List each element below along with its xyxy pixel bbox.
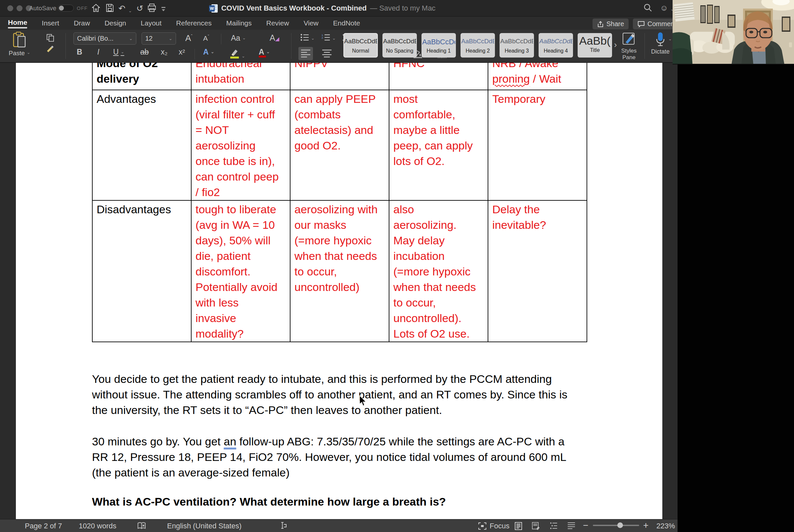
styles-pane-button[interactable]: StylesPane	[617, 32, 641, 61]
table-cell[interactable]: Advantages	[92, 90, 191, 201]
dictate-button[interactable]: ⌄ Dictate	[648, 32, 673, 55]
table-row: Mode of O2 delivery Endotracheal intubat…	[92, 63, 587, 90]
dictate-dropdown-chevron[interactable]: ⌄	[668, 36, 672, 41]
table-cell[interactable]: NRB / Awake proning / Wait	[488, 63, 587, 90]
share-button[interactable]: Share	[592, 19, 629, 30]
zoom-in-button[interactable]: +	[643, 520, 648, 531]
format-painter-icon[interactable]	[46, 45, 54, 54]
table-cell[interactable]: infection control (viral filter + cuff =…	[191, 90, 290, 201]
numbered-list-button[interactable]: 12	[321, 34, 336, 42]
zoom-out-button[interactable]: −	[583, 520, 588, 531]
table-cell[interactable]: HFNC	[389, 63, 488, 90]
status-bar: Page 2 of 7 1020 words English (United S…	[0, 519, 678, 532]
table-row: Advantages infection control (viral filt…	[92, 90, 587, 201]
clear-formatting-button[interactable]: A◢	[270, 33, 279, 43]
focus-label[interactable]: Focus	[490, 522, 510, 530]
ribbon: Paste Calibri (Bo...⌄ 12⌄ Aˆ Aˇ Aa A◢ B …	[0, 30, 678, 63]
more-styles-chevron[interactable]: ›	[614, 40, 617, 50]
webcam-video	[672, 0, 794, 64]
table-cell[interactable]: aerosolizing with our masks (=more hypox…	[290, 201, 389, 342]
change-case-button[interactable]: Aa	[231, 34, 246, 43]
word-count[interactable]: 1020 words	[79, 522, 116, 530]
o2-delivery-table[interactable]: Mode of O2 delivery Endotracheal intubat…	[92, 63, 587, 342]
align-left-button[interactable]	[301, 50, 310, 59]
search-icon[interactable]	[644, 3, 652, 13]
grammar-flagged-word: an	[224, 435, 236, 448]
style-normal[interactable]: AaBbCcDdEe Normal	[344, 33, 378, 58]
table-cell[interactable]: Endotracheal intubation	[191, 63, 290, 90]
table-cell[interactable]: also aerosolizing. May delay incubation …	[389, 201, 488, 342]
table-cell[interactable]: NIPPV	[290, 63, 389, 90]
bold-button[interactable]: B	[77, 48, 82, 57]
table-cell[interactable]: Delay the inevitable?	[488, 201, 587, 342]
document-save-status: — Saved to my Mac	[370, 4, 436, 13]
body-paragraph-2[interactable]: 30 minutes go by. You get an follow-up A…	[92, 434, 641, 480]
superscript-button[interactable]: x²	[179, 48, 185, 57]
table-cell[interactable]: most comfortable, maybe a little peep, c…	[389, 90, 488, 201]
shrink-font-button[interactable]: Aˇ	[203, 34, 209, 42]
italic-button[interactable]: I	[97, 48, 99, 57]
draft-view-icon[interactable]	[568, 522, 576, 531]
underline-button[interactable]: U	[113, 48, 124, 57]
language-indicator[interactable]: English (United States)	[167, 522, 241, 530]
table-cell[interactable]: Temporary	[488, 90, 587, 201]
tab-design[interactable]: Design	[105, 19, 126, 28]
style-heading-4[interactable]: AaBbCcDdEe Heading 4	[539, 33, 573, 58]
tab-review[interactable]: Review	[266, 19, 289, 28]
paste-button[interactable]: Paste	[8, 32, 31, 57]
titlebar: AutoSave OFF ↶ ⌄ ↺ W COVID Vent Basics W…	[0, 0, 678, 17]
style-heading-3[interactable]: AaBbCcDdEe Heading 3	[500, 33, 534, 58]
title-block: W COVID Vent Basics Workbook - Combined …	[0, 0, 661, 17]
subscript-button[interactable]: x₂	[161, 48, 167, 57]
style-title[interactable]: AaBb( Title	[578, 33, 612, 58]
table-cell[interactable]: can apply PEEP (combats atelectasis) and…	[290, 90, 389, 201]
question-heading[interactable]: What is AC-PC ventilation? What determin…	[92, 494, 641, 510]
table-cell[interactable]: Disadvantages	[92, 201, 191, 342]
document-title: COVID Vent Basics Workbook - Combined	[221, 4, 367, 13]
text-effects-button[interactable]: A	[203, 48, 215, 57]
zoom-slider-track[interactable]	[593, 525, 639, 526]
copy-icon[interactable]	[46, 34, 54, 43]
zoom-slider-thumb[interactable]	[617, 522, 623, 528]
table-row: Disadvantages tough to liberate (avg in …	[92, 201, 587, 342]
focus-icon[interactable]	[478, 522, 486, 532]
font-name-select[interactable]: Calibri (Bo...⌄	[73, 33, 136, 45]
align-center-button[interactable]	[322, 50, 332, 59]
misspelled-word: proning	[492, 72, 530, 85]
track-changes-icon[interactable]	[280, 522, 288, 532]
style-no-spacing[interactable]: AaBbCcDdEe No Spacing	[383, 33, 417, 58]
tab-mailings[interactable]: Mailings	[226, 19, 252, 28]
print-layout-view-icon[interactable]	[515, 522, 522, 532]
grow-font-button[interactable]: Aˆ	[185, 33, 192, 43]
tab-draw[interactable]: Draw	[74, 19, 90, 28]
tab-insert[interactable]: Insert	[42, 19, 59, 28]
share-icon	[597, 21, 604, 27]
font-name-value: Calibri (Bo...	[77, 35, 113, 42]
body-paragraph-1[interactable]: You decide to get the patient ready to i…	[92, 371, 641, 418]
outline-view-icon[interactable]	[550, 522, 558, 531]
strikethrough-button[interactable]: ab	[140, 48, 149, 57]
zoom-percentage[interactable]: 223%	[657, 522, 675, 530]
font-size-value: 12	[145, 35, 152, 42]
spelling-status-icon[interactable]	[137, 522, 147, 532]
tab-references[interactable]: References	[176, 19, 211, 28]
font-size-select[interactable]: 12⌄	[142, 33, 176, 45]
highlight-color-button[interactable]	[229, 48, 245, 60]
tab-home[interactable]: Home	[8, 19, 27, 28]
table-cell[interactable]: tough to liberate (avg in WA = 10 days),…	[191, 201, 290, 342]
tab-view[interactable]: View	[304, 19, 319, 28]
word-window: AutoSave OFF ↶ ⌄ ↺ W COVID Vent Basics W…	[0, 0, 678, 532]
page-indicator[interactable]: Page 2 of 7	[25, 522, 62, 530]
feedback-smiley-icon[interactable]: ☺ ⌄	[660, 3, 674, 13]
style-heading-1[interactable]: AaBbCcDc Heading 1	[422, 33, 456, 58]
tab-endnote[interactable]: EndNote	[333, 19, 360, 28]
style-heading-2[interactable]: AaBbCcDdEe Heading 2	[461, 33, 495, 58]
web-layout-view-icon[interactable]	[532, 522, 540, 532]
tab-layout[interactable]: Layout	[141, 19, 162, 28]
table-cell[interactable]: Mode of O2 delivery	[92, 63, 191, 90]
font-color-button[interactable]: A	[259, 48, 270, 57]
paste-clipboard-icon	[13, 32, 26, 48]
ribbon-tab-row: Home Insert Draw Design Layout Reference…	[0, 17, 678, 30]
microphone-icon	[655, 32, 665, 47]
bullet-list-button[interactable]	[300, 34, 315, 42]
